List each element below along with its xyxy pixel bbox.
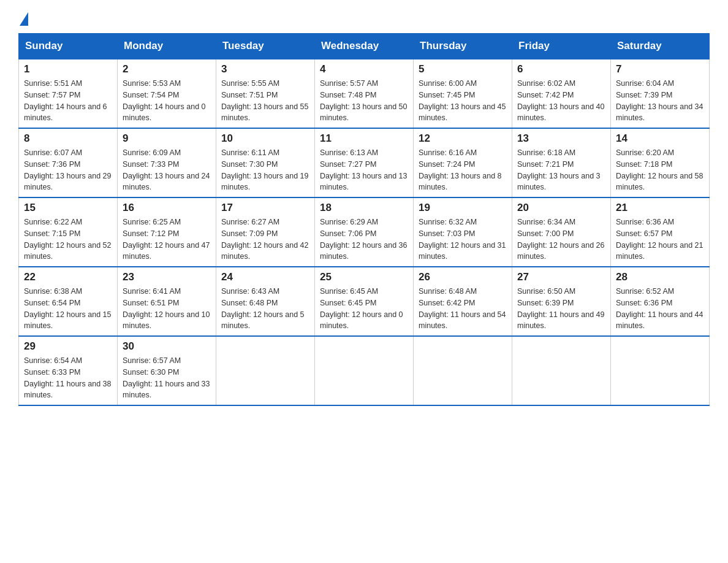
day-number: 24 — [221, 271, 309, 283]
calendar-day-cell: 23Sunrise: 6:41 AMSunset: 6:51 PMDayligh… — [118, 267, 216, 336]
day-info: Sunrise: 6:57 AMSunset: 6:30 PMDaylight:… — [123, 355, 211, 401]
day-number: 26 — [419, 271, 507, 283]
calendar-day-cell: 12Sunrise: 6:16 AMSunset: 7:24 PMDayligh… — [414, 128, 512, 197]
day-number: 30 — [123, 340, 211, 353]
day-number: 7 — [616, 63, 704, 75]
day-info: Sunrise: 6:04 AMSunset: 7:39 PMDaylight:… — [616, 78, 704, 124]
day-number: 9 — [123, 132, 211, 145]
day-info: Sunrise: 6:11 AMSunset: 7:30 PMDaylight:… — [221, 147, 309, 193]
day-number: 23 — [123, 271, 211, 283]
calendar-week-row: 22Sunrise: 6:38 AMSunset: 6:54 PMDayligh… — [19, 267, 710, 336]
calendar-day-cell: 4Sunrise: 5:57 AMSunset: 7:48 PMDaylight… — [315, 59, 414, 128]
weekday-header-sunday: Sunday — [19, 34, 118, 59]
calendar-day-cell: 19Sunrise: 6:32 AMSunset: 7:03 PMDayligh… — [414, 197, 512, 267]
calendar-day-cell — [512, 336, 611, 405]
calendar-day-cell: 5Sunrise: 6:00 AMSunset: 7:45 PMDaylight… — [414, 59, 512, 128]
day-info: Sunrise: 6:18 AMSunset: 7:21 PMDaylight:… — [517, 147, 605, 193]
day-info: Sunrise: 6:54 AMSunset: 6:33 PMDaylight:… — [24, 355, 112, 401]
logo-triangle-icon — [20, 12, 28, 26]
calendar-day-cell: 16Sunrise: 6:25 AMSunset: 7:12 PMDayligh… — [118, 197, 216, 267]
calendar-day-cell: 30Sunrise: 6:57 AMSunset: 6:30 PMDayligh… — [118, 336, 216, 405]
calendar-day-cell — [414, 336, 512, 405]
calendar-day-cell: 3Sunrise: 5:55 AMSunset: 7:51 PMDaylight… — [216, 59, 315, 128]
day-info: Sunrise: 6:22 AMSunset: 7:15 PMDaylight:… — [24, 216, 112, 262]
day-info: Sunrise: 6:43 AMSunset: 6:48 PMDaylight:… — [221, 286, 309, 332]
day-info: Sunrise: 6:48 AMSunset: 6:42 PMDaylight:… — [419, 286, 507, 332]
weekday-header-friday: Friday — [512, 34, 611, 59]
day-info: Sunrise: 6:13 AMSunset: 7:27 PMDaylight:… — [320, 147, 408, 193]
day-number: 4 — [320, 63, 408, 75]
day-info: Sunrise: 6:36 AMSunset: 6:57 PMDaylight:… — [616, 216, 704, 262]
calendar-day-cell: 17Sunrise: 6:27 AMSunset: 7:09 PMDayligh… — [216, 197, 315, 267]
calendar-day-cell: 15Sunrise: 6:22 AMSunset: 7:15 PMDayligh… — [19, 197, 118, 267]
calendar-day-cell: 27Sunrise: 6:50 AMSunset: 6:39 PMDayligh… — [512, 267, 611, 336]
day-info: Sunrise: 5:57 AMSunset: 7:48 PMDaylight:… — [320, 78, 408, 124]
day-number: 10 — [221, 132, 309, 145]
day-number: 17 — [221, 202, 309, 214]
weekday-header-tuesday: Tuesday — [216, 34, 315, 59]
calendar-table: SundayMondayTuesdayWednesdayThursdayFrid… — [18, 33, 710, 406]
day-number: 18 — [320, 202, 408, 214]
day-info: Sunrise: 6:45 AMSunset: 6:45 PMDaylight:… — [320, 286, 408, 332]
calendar-day-cell: 13Sunrise: 6:18 AMSunset: 7:21 PMDayligh… — [512, 128, 611, 197]
weekday-header-wednesday: Wednesday — [315, 34, 414, 59]
day-number: 16 — [123, 202, 211, 214]
calendar-week-row: 8Sunrise: 6:07 AMSunset: 7:36 PMDaylight… — [19, 128, 710, 197]
day-info: Sunrise: 6:02 AMSunset: 7:42 PMDaylight:… — [517, 78, 605, 124]
day-info: Sunrise: 5:51 AMSunset: 7:57 PMDaylight:… — [24, 78, 112, 124]
calendar-day-cell: 22Sunrise: 6:38 AMSunset: 6:54 PMDayligh… — [19, 267, 118, 336]
day-info: Sunrise: 6:32 AMSunset: 7:03 PMDaylight:… — [419, 216, 507, 262]
day-info: Sunrise: 6:27 AMSunset: 7:09 PMDaylight:… — [221, 216, 309, 262]
day-info: Sunrise: 6:41 AMSunset: 6:51 PMDaylight:… — [123, 286, 211, 332]
day-info: Sunrise: 5:53 AMSunset: 7:54 PMDaylight:… — [123, 78, 211, 124]
day-info: Sunrise: 6:00 AMSunset: 7:45 PMDaylight:… — [419, 78, 507, 124]
calendar-day-cell: 18Sunrise: 6:29 AMSunset: 7:06 PMDayligh… — [315, 197, 414, 267]
calendar-day-cell — [611, 336, 710, 405]
calendar-day-cell: 28Sunrise: 6:52 AMSunset: 6:36 PMDayligh… — [611, 267, 710, 336]
calendar-day-cell — [216, 336, 315, 405]
day-number: 25 — [320, 271, 408, 283]
day-number: 27 — [517, 271, 605, 283]
weekday-header-thursday: Thursday — [414, 34, 512, 59]
day-info: Sunrise: 5:55 AMSunset: 7:51 PMDaylight:… — [221, 78, 309, 124]
calendar-day-cell: 26Sunrise: 6:48 AMSunset: 6:42 PMDayligh… — [414, 267, 512, 336]
weekday-header-row: SundayMondayTuesdayWednesdayThursdayFrid… — [19, 34, 710, 59]
day-info: Sunrise: 6:29 AMSunset: 7:06 PMDaylight:… — [320, 216, 408, 262]
day-number: 21 — [616, 202, 704, 214]
calendar-day-cell: 20Sunrise: 6:34 AMSunset: 7:00 PMDayligh… — [512, 197, 611, 267]
day-number: 29 — [24, 340, 112, 353]
day-number: 5 — [419, 63, 507, 75]
calendar-day-cell: 11Sunrise: 6:13 AMSunset: 7:27 PMDayligh… — [315, 128, 414, 197]
day-info: Sunrise: 6:34 AMSunset: 7:00 PMDaylight:… — [517, 216, 605, 262]
calendar-day-cell: 29Sunrise: 6:54 AMSunset: 6:33 PMDayligh… — [19, 336, 118, 405]
day-info: Sunrise: 6:52 AMSunset: 6:36 PMDaylight:… — [616, 286, 704, 332]
day-number: 1 — [24, 63, 112, 75]
day-number: 19 — [419, 202, 507, 214]
calendar-day-cell — [315, 336, 414, 405]
day-number: 2 — [123, 63, 211, 75]
weekday-header-saturday: Saturday — [611, 34, 710, 59]
calendar-day-cell: 14Sunrise: 6:20 AMSunset: 7:18 PMDayligh… — [611, 128, 710, 197]
day-number: 28 — [616, 271, 704, 283]
day-info: Sunrise: 6:16 AMSunset: 7:24 PMDaylight:… — [419, 147, 507, 193]
day-number: 8 — [24, 132, 112, 145]
calendar-day-cell: 1Sunrise: 5:51 AMSunset: 7:57 PMDaylight… — [19, 59, 118, 128]
day-info: Sunrise: 6:25 AMSunset: 7:12 PMDaylight:… — [123, 216, 211, 262]
logo — [18, 12, 28, 27]
calendar-day-cell: 10Sunrise: 6:11 AMSunset: 7:30 PMDayligh… — [216, 128, 315, 197]
calendar-day-cell: 2Sunrise: 5:53 AMSunset: 7:54 PMDaylight… — [118, 59, 216, 128]
day-info: Sunrise: 6:07 AMSunset: 7:36 PMDaylight:… — [24, 147, 112, 193]
calendar-day-cell: 9Sunrise: 6:09 AMSunset: 7:33 PMDaylight… — [118, 128, 216, 197]
weekday-header-monday: Monday — [118, 34, 216, 59]
calendar-day-cell: 21Sunrise: 6:36 AMSunset: 6:57 PMDayligh… — [611, 197, 710, 267]
calendar-day-cell: 24Sunrise: 6:43 AMSunset: 6:48 PMDayligh… — [216, 267, 315, 336]
day-number: 20 — [517, 202, 605, 214]
calendar-day-cell: 6Sunrise: 6:02 AMSunset: 7:42 PMDaylight… — [512, 59, 611, 128]
calendar-day-cell: 8Sunrise: 6:07 AMSunset: 7:36 PMDaylight… — [19, 128, 118, 197]
calendar-week-row: 29Sunrise: 6:54 AMSunset: 6:33 PMDayligh… — [19, 336, 710, 405]
day-info: Sunrise: 6:09 AMSunset: 7:33 PMDaylight:… — [123, 147, 211, 193]
day-number: 6 — [517, 63, 605, 75]
day-number: 13 — [517, 132, 605, 145]
day-info: Sunrise: 6:20 AMSunset: 7:18 PMDaylight:… — [616, 147, 704, 193]
calendar-day-cell: 7Sunrise: 6:04 AMSunset: 7:39 PMDaylight… — [611, 59, 710, 128]
